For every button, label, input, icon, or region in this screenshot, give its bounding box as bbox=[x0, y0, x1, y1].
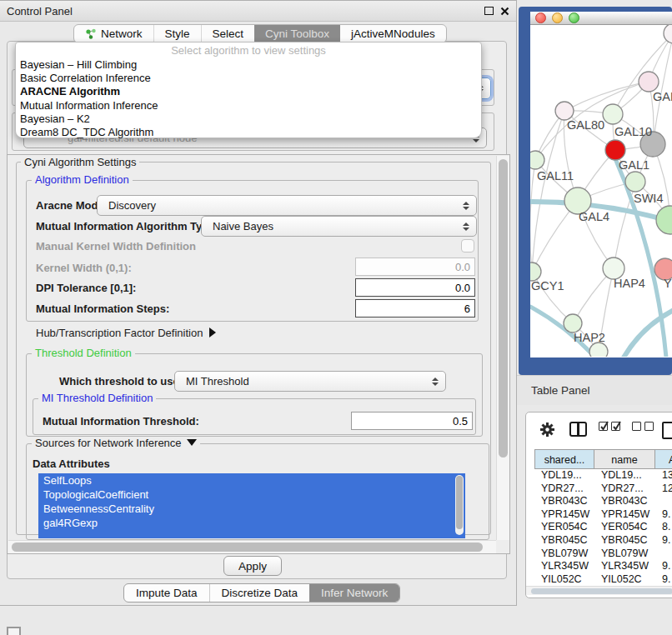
table-row[interactable]: YBR043CYBR043C bbox=[534, 495, 672, 508]
aracne-mode-combobox[interactable]: Discovery bbox=[97, 195, 477, 216]
network-node[interactable] bbox=[589, 342, 608, 357]
network-node-gcy1[interactable] bbox=[530, 262, 541, 281]
data-attributes-list[interactable]: SelfLoopsTopologicalCoefficientBetweenne… bbox=[38, 473, 465, 538]
table-cell[interactable]: 8. bbox=[655, 521, 672, 534]
table-cell[interactable]: YBR045C bbox=[594, 534, 655, 548]
table-cell[interactable]: YER054C bbox=[594, 521, 655, 534]
table-cell[interactable]: 9. bbox=[655, 508, 672, 522]
mi-algorithm-type-combobox[interactable]: Naive Bayes bbox=[201, 216, 477, 237]
network-node-gal10[interactable] bbox=[603, 104, 623, 124]
tab-cyni-toolbox[interactable]: Cyni Toolbox bbox=[254, 25, 340, 42]
column-header[interactable]: shared... bbox=[534, 449, 594, 469]
table-cell[interactable] bbox=[655, 548, 672, 561]
close-traffic-icon[interactable] bbox=[535, 12, 546, 23]
network-node-gal[interactable] bbox=[639, 72, 659, 92]
table-cell[interactable]: YBL079W bbox=[594, 548, 655, 561]
table-cell[interactable]: YER054C bbox=[534, 521, 594, 534]
table-cell[interactable]: 13 bbox=[655, 469, 672, 482]
table-cell[interactable]: YPR145W bbox=[534, 508, 594, 522]
network-node-gal1[interactable] bbox=[605, 140, 625, 160]
settings-vertical-scrollbar[interactable] bbox=[496, 156, 509, 540]
table-horizontal-scrollbar[interactable] bbox=[526, 586, 672, 595]
tab-infer-network[interactable]: Infer Network bbox=[309, 584, 399, 602]
table-row[interactable]: YIL052CYIL052C9. bbox=[534, 573, 672, 587]
table-row[interactable]: YER054CYER054C8. bbox=[534, 521, 672, 534]
algorithm-option[interactable]: Bayesian – K2 bbox=[16, 112, 481, 126]
table-cell[interactable]: YDL19... bbox=[594, 469, 655, 482]
table-row[interactable]: YLR345WYLR345W9. bbox=[534, 560, 672, 573]
table-cell[interactable]: 9. bbox=[655, 534, 672, 548]
table-row[interactable]: YBL079WYBL079W bbox=[534, 548, 672, 561]
network-node[interactable] bbox=[656, 206, 672, 234]
tab-select[interactable]: Select bbox=[201, 25, 255, 42]
manual-kernel-width-checkbox[interactable] bbox=[461, 239, 474, 252]
gear-icon[interactable] bbox=[539, 422, 555, 438]
table-cell[interactable]: YLR345W bbox=[534, 560, 594, 573]
algorithm-option[interactable]: Basic Correlation Inference bbox=[16, 72, 481, 85]
window-title: Control Panel bbox=[7, 5, 73, 18]
kernel-width-field[interactable]: 0.0 bbox=[355, 258, 475, 276]
table-cell[interactable]: YDR27... bbox=[534, 482, 594, 496]
table-row[interactable]: YPR145WYPR145W9. bbox=[534, 508, 672, 522]
table-cell[interactable]: YBR043C bbox=[594, 495, 655, 508]
table-cell[interactable]: YIL052C bbox=[594, 573, 655, 587]
network-node[interactable] bbox=[664, 25, 672, 43]
unchecked-columns-icon[interactable] bbox=[632, 422, 654, 431]
sources-title[interactable]: Sources for Network Inference bbox=[32, 437, 200, 449]
dpi-tolerance-field[interactable]: 0.0 bbox=[355, 278, 475, 297]
table-cell[interactable]: YBL079W bbox=[534, 548, 594, 561]
network-node-gal80[interactable] bbox=[555, 102, 574, 120]
table-row[interactable]: YDL19...YDL19...13 bbox=[534, 469, 672, 482]
table-cell[interactable]: YPR145W bbox=[594, 508, 655, 522]
column-header[interactable]: A bbox=[655, 449, 672, 469]
attribute-item-selected[interactable]: BetweennessCentrality bbox=[38, 502, 465, 516]
table-cell[interactable]: YDR27... bbox=[594, 482, 655, 496]
table-row[interactable]: YDR27...YDR27...12 bbox=[534, 482, 672, 496]
mi-steps-field[interactable]: 6 bbox=[355, 299, 475, 318]
tab-impute-data[interactable]: Impute Data bbox=[124, 584, 209, 602]
checked-columns-icon[interactable] bbox=[599, 422, 620, 431]
mi-threshold-field[interactable]: 0.5 bbox=[351, 412, 473, 430]
which-threshold-combobox[interactable]: MI Threshold bbox=[174, 371, 446, 392]
table-cell[interactable]: YIL052C bbox=[534, 573, 594, 587]
network-node-hap2[interactable] bbox=[564, 314, 582, 332]
algorithm-option[interactable]: Mutual Information Inference bbox=[16, 99, 481, 112]
network-node-gal11[interactable] bbox=[530, 151, 544, 169]
attribute-item-selected[interactable]: TopologicalCoefficient bbox=[38, 488, 465, 502]
tab-jactivemnodules[interactable]: jActiveMNodules bbox=[340, 25, 446, 42]
zoom-traffic-icon[interactable] bbox=[569, 12, 579, 23]
document-icon[interactable] bbox=[662, 422, 672, 439]
minimize-traffic-icon[interactable] bbox=[552, 12, 563, 23]
collapsed-panel-icon[interactable] bbox=[7, 627, 21, 635]
collapsed-arrow-icon[interactable] bbox=[209, 328, 216, 338]
tab-style[interactable]: Style bbox=[153, 25, 201, 42]
float-window-icon[interactable] bbox=[484, 7, 494, 15]
table-cell[interactable] bbox=[655, 495, 672, 508]
expanded-arrow-icon[interactable] bbox=[187, 439, 197, 446]
table-cell[interactable]: YLR345W bbox=[594, 560, 655, 573]
apply-button[interactable]: Apply bbox=[223, 556, 282, 576]
algorithm-option[interactable]: Bayesian – Hill Climbing bbox=[16, 58, 481, 72]
attribute-item-selected[interactable]: gal4RGexp bbox=[38, 516, 465, 530]
split-panes-icon[interactable] bbox=[569, 422, 587, 437]
table-cell[interactable]: 9. bbox=[655, 573, 672, 587]
table-cell[interactable]: 12 bbox=[655, 482, 672, 496]
network-canvas[interactable]: GALGAL80GAL10GAL1GAL11SWI4GAL4HAP4YGCY1H… bbox=[530, 25, 672, 357]
table-cell[interactable]: YBR043C bbox=[534, 495, 594, 508]
column-header[interactable]: name bbox=[594, 449, 655, 469]
tab-discretize-data[interactable]: Discretize Data bbox=[209, 584, 310, 602]
attributes-scrollbar[interactable] bbox=[455, 475, 464, 535]
attribute-item-selected[interactable]: SelfLoops bbox=[38, 473, 465, 488]
table-cell[interactable]: YBR045C bbox=[534, 534, 594, 548]
hub-definition-toggle[interactable]: Hub/Transcription Factor Definition bbox=[36, 327, 216, 339]
network-view-window[interactable]: GALGAL80GAL10GAL1GAL11SWI4GAL4HAP4YGCY1H… bbox=[519, 7, 672, 375]
network-node-swi4[interactable] bbox=[625, 172, 645, 192]
algorithm-option[interactable]: Dream8 DC_TDC Algorithm bbox=[16, 126, 481, 139]
table-cell[interactable]: 9. bbox=[655, 560, 672, 573]
table-cell[interactable]: YDL19... bbox=[534, 469, 594, 482]
algorithm-option[interactable]: ARACNE Algorithm bbox=[16, 85, 481, 98]
tab-network[interactable]: Network bbox=[74, 25, 153, 42]
close-icon[interactable] bbox=[500, 7, 509, 16]
table-row[interactable]: YBR045CYBR045C9. bbox=[534, 534, 672, 548]
settings-horizontal-scrollbar[interactable] bbox=[8, 540, 496, 553]
